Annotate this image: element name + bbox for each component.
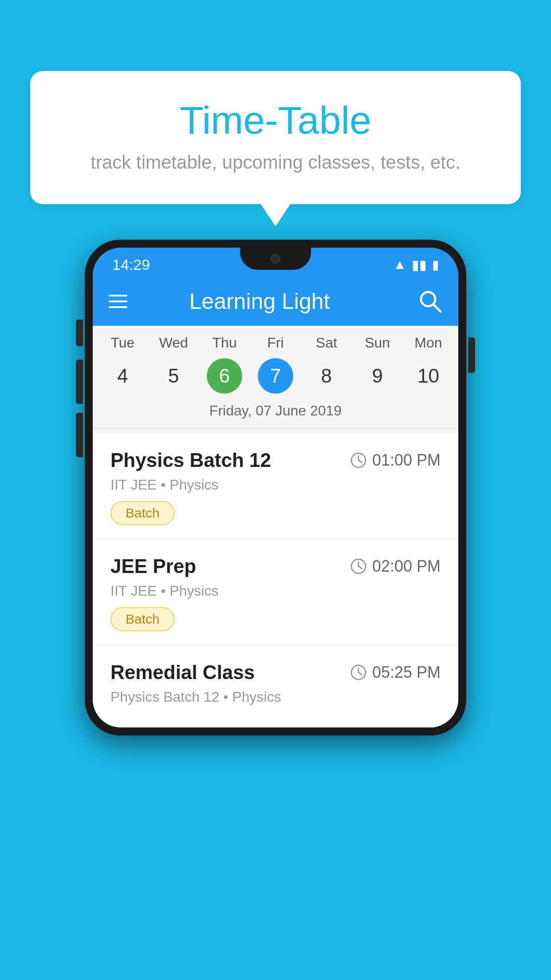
clock-icon xyxy=(350,452,367,469)
svg-line-7 xyxy=(358,566,362,569)
day-number[interactable]: 6 xyxy=(207,358,242,394)
day-col-wed[interactable]: Wed5 xyxy=(151,335,196,394)
item-time: 05:25 PM xyxy=(350,663,441,682)
item-meta: IIT JEE • Physics xyxy=(110,583,441,599)
status-icons: ▲ ▮▮ ▮ xyxy=(393,257,439,273)
search-button[interactable] xyxy=(418,289,442,313)
day-label: Wed xyxy=(159,335,188,351)
day-label: Mon xyxy=(414,335,442,351)
day-col-sat[interactable]: Sat8 xyxy=(304,335,349,394)
day-col-mon[interactable]: Mon10 xyxy=(406,335,450,394)
wifi-icon: ▲ xyxy=(393,257,406,272)
selected-date-label: Friday, 07 June 2019 xyxy=(93,398,458,428)
day-label: Sun xyxy=(365,335,390,351)
day-col-tue[interactable]: Tue4 xyxy=(100,335,145,394)
day-col-thu[interactable]: Thu6 xyxy=(202,335,247,394)
item-time-text: 01:00 PM xyxy=(372,451,441,470)
day-number[interactable]: 8 xyxy=(309,358,344,394)
calendar-strip: Tue4Wed5Thu6Fri7Sat8Sun9Mon10 Friday, 07… xyxy=(93,326,458,433)
item-header: Physics Batch 12 01:00 PM xyxy=(110,449,441,471)
day-label: Fri xyxy=(267,335,283,351)
front-camera xyxy=(271,254,280,264)
item-header: JEE Prep 02:00 PM xyxy=(110,555,441,577)
day-number[interactable]: 10 xyxy=(410,358,446,394)
day-number[interactable]: 7 xyxy=(258,358,293,394)
schedule-item[interactable]: JEE Prep 02:00 PMIIT JEE • PhysicsBatch xyxy=(93,539,458,645)
item-header: Remedial Class 05:25 PM xyxy=(110,661,441,684)
volume-up-button xyxy=(76,360,83,404)
item-time-text: 05:25 PM xyxy=(372,663,441,682)
item-title: Physics Batch 12 xyxy=(110,449,271,471)
app-bar: Learning Light xyxy=(93,277,458,326)
speech-bubble-container: Time-Table track timetable, upcoming cla… xyxy=(30,71,521,204)
phone-mockup: 14:29 ▲ ▮▮ ▮ Learning Light xyxy=(85,240,466,735)
day-label: Thu xyxy=(213,335,237,351)
day-col-sun[interactable]: Sun9 xyxy=(355,335,400,394)
svg-line-10 xyxy=(358,672,362,675)
bubble-subtitle: track timetable, upcoming classes, tests… xyxy=(66,152,485,173)
phone-notch xyxy=(240,248,311,270)
battery-icon: ▮ xyxy=(432,257,439,272)
signal-icon: ▮▮ xyxy=(412,257,427,273)
silent-button xyxy=(76,320,83,346)
day-number[interactable]: 4 xyxy=(105,358,140,394)
batch-badge: Batch xyxy=(110,607,175,631)
day-number[interactable]: 9 xyxy=(360,358,395,394)
status-time: 14:29 xyxy=(112,256,150,273)
item-title: Remedial Class xyxy=(110,661,255,684)
day-label: Sat xyxy=(316,335,337,351)
bubble-title: Time-Table xyxy=(66,98,485,143)
schedule-item[interactable]: Physics Batch 12 01:00 PMIIT JEE • Physi… xyxy=(93,433,458,539)
schedule-list: Physics Batch 12 01:00 PMIIT JEE • Physi… xyxy=(93,433,458,727)
power-button xyxy=(468,337,475,373)
schedule-item[interactable]: Remedial Class 05:25 PMPhysics Batch 12 … xyxy=(93,645,458,727)
speech-bubble: Time-Table track timetable, upcoming cla… xyxy=(30,71,521,204)
phone-screen: 14:29 ▲ ▮▮ ▮ Learning Light xyxy=(93,248,458,727)
svg-line-1 xyxy=(433,304,441,312)
app-title: Learning Light xyxy=(101,288,418,314)
item-meta: IIT JEE • Physics xyxy=(110,477,441,493)
item-time: 01:00 PM xyxy=(350,451,441,470)
day-number[interactable]: 5 xyxy=(156,358,191,394)
day-col-fri[interactable]: Fri7 xyxy=(253,335,298,394)
volume-down-button xyxy=(76,413,83,457)
status-bar: 14:29 ▲ ▮▮ ▮ xyxy=(93,248,458,277)
phone-outer-shell: 14:29 ▲ ▮▮ ▮ Learning Light xyxy=(85,240,466,735)
item-time: 02:00 PM xyxy=(350,557,441,576)
days-row: Tue4Wed5Thu6Fri7Sat8Sun9Mon10 xyxy=(93,335,458,398)
item-meta: Physics Batch 12 • Physics xyxy=(110,689,441,705)
item-title: JEE Prep xyxy=(110,555,196,577)
clock-icon xyxy=(350,664,367,681)
batch-badge: Batch xyxy=(110,501,175,525)
svg-line-4 xyxy=(358,460,362,462)
day-label: Tue xyxy=(110,335,134,351)
calendar-divider xyxy=(93,428,458,429)
item-time-text: 02:00 PM xyxy=(372,557,441,576)
clock-icon xyxy=(350,558,367,575)
